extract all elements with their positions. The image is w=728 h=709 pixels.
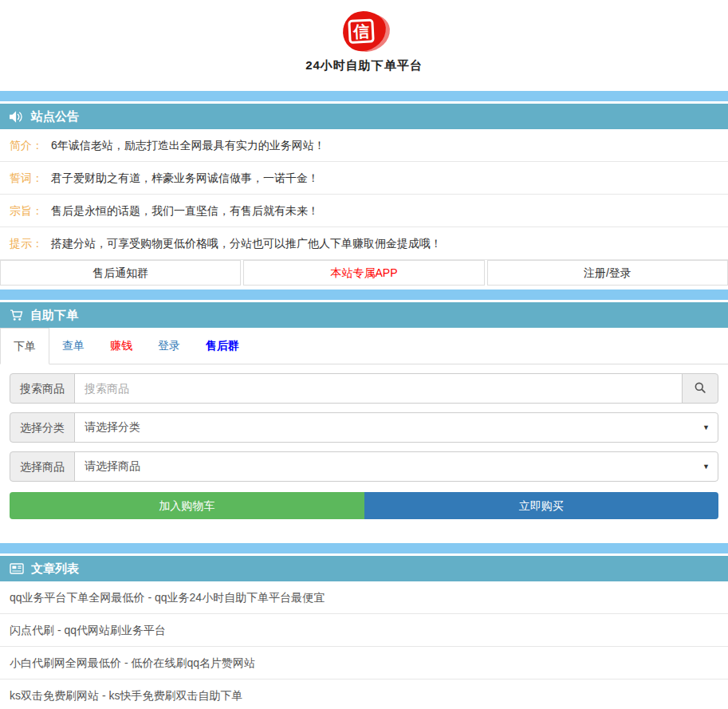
article-link[interactable]: ks双击免费刷网站 - ks快手免费刷双击自助下单 xyxy=(0,679,728,709)
site-header: 信 24小时自助下单平台 xyxy=(0,0,728,73)
category-select-value: 请选择分类 xyxy=(85,420,140,435)
article-link[interactable]: qq业务平台下单全网最低价 - qq业务24小时自助下单平台最便宜 xyxy=(0,581,728,614)
announcement-heading: 站点公告 xyxy=(0,104,728,129)
notice-text: 搭建分站，可享受购物更低价格哦，分站也可以推广他人下单赚取佣金提成哦！ xyxy=(51,237,442,250)
notice-row-oath: 誓词： 君子爱财助之有道，梓豪业务网诚信做事，一诺千金！ xyxy=(0,162,728,195)
search-group: 搜索商品 xyxy=(10,373,718,404)
speaker-icon xyxy=(10,111,24,123)
divider-strip xyxy=(0,543,728,553)
action-buttons: 加入购物车 立即购买 xyxy=(10,492,718,519)
order-form: 搜索商品 选择分类 请选择分类 ▼ xyxy=(0,373,728,519)
logo-character: 信 xyxy=(348,18,375,44)
site-title: 24小时自助下单平台 xyxy=(0,58,728,73)
add-to-cart-button[interactable]: 加入购物车 xyxy=(10,492,364,519)
notice-text: 售后是永恒的话题，我们一直坚信，有售后就有未来！ xyxy=(51,204,319,217)
article-link[interactable]: 闪点代刷 - qq代网站刷业务平台 xyxy=(0,614,728,647)
divider-strip xyxy=(0,290,728,300)
product-select[interactable]: 请选择商品 ▼ xyxy=(74,451,718,482)
caret-down-icon: ▼ xyxy=(702,463,710,471)
order-heading-label: 自助下单 xyxy=(30,308,78,323)
tab-login[interactable]: 登录 xyxy=(145,328,193,364)
articles-heading: 文章列表 xyxy=(0,556,728,581)
tab-check-order[interactable]: 查单 xyxy=(49,328,97,364)
notice-label: 提示： xyxy=(10,237,43,250)
cart-icon xyxy=(10,309,23,321)
site-logo-seal-icon: 信 xyxy=(341,10,387,53)
search-button[interactable] xyxy=(682,373,718,404)
search-addon-label: 搜索商品 xyxy=(10,373,75,404)
aftersale-notify-group-link[interactable]: 售后通知群 xyxy=(0,260,241,286)
notice-label: 简介： xyxy=(10,139,43,152)
newspaper-icon xyxy=(10,563,24,574)
category-addon-label: 选择分类 xyxy=(10,412,75,443)
tab-place-order[interactable]: 下单 xyxy=(0,328,49,364)
order-panel: 自助下单 下单 查单 赚钱 登录 售后群 搜索商品 xyxy=(0,302,728,519)
order-heading: 自助下单 xyxy=(0,302,728,328)
articles-heading-label: 文章列表 xyxy=(31,561,79,577)
order-tabs: 下单 查单 赚钱 登录 售后群 xyxy=(0,328,728,364)
product-select-value: 请选择商品 xyxy=(85,459,140,474)
caret-down-icon: ▼ xyxy=(702,423,710,431)
article-link[interactable]: 小白代刷网全网最低价 - 低价在线刷qq名片赞网站 xyxy=(0,647,728,679)
notice-row-purpose: 宗旨： 售后是永恒的话题，我们一直坚信，有售后就有未来！ xyxy=(0,195,728,227)
search-input[interactable] xyxy=(74,373,683,404)
divider-strip xyxy=(0,91,728,101)
buy-now-button[interactable]: 立即购买 xyxy=(364,492,719,519)
category-select[interactable]: 请选择分类 ▼ xyxy=(74,412,718,443)
articles-panel: 文章列表 qq业务平台下单全网最低价 - qq业务24小时自助下单平台最便宜 闪… xyxy=(0,556,728,709)
announcement-panel: 站点公告 简介： 6年诚信老站，励志打造出全网最具有实力的业务网站！ 誓词： 君… xyxy=(0,104,728,286)
notice-row-tip: 提示： 搭建分站，可享受购物更低价格哦，分站也可以推广他人下单赚取佣金提成哦！ xyxy=(0,227,728,260)
notice-label: 誓词： xyxy=(10,171,43,184)
tab-aftersale-group[interactable]: 售后群 xyxy=(193,328,252,364)
quick-links-row: 售后通知群 本站专属APP 注册/登录 xyxy=(0,260,728,286)
notice-text: 君子爱财助之有道，梓豪业务网诚信做事，一诺千金！ xyxy=(51,171,319,184)
notice-text: 6年诚信老站，励志打造出全网最具有实力的业务网站！ xyxy=(51,139,325,152)
product-addon-label: 选择商品 xyxy=(10,451,75,482)
notice-row-intro: 简介： 6年诚信老站，励志打造出全网最具有实力的业务网站！ xyxy=(0,129,728,162)
page: 信 24小时自助下单平台 站点公告 简介： 6年诚信老站，励志打造出全网最具有实… xyxy=(0,0,728,709)
product-group: 选择商品 请选择商品 ▼ xyxy=(10,451,718,482)
register-login-link[interactable]: 注册/登录 xyxy=(487,260,728,286)
site-app-link[interactable]: 本站专属APP xyxy=(243,260,484,286)
category-group: 选择分类 请选择分类 ▼ xyxy=(10,412,718,443)
magnifier-icon xyxy=(694,381,706,396)
notice-label: 宗旨： xyxy=(10,204,43,217)
tab-earn-money[interactable]: 赚钱 xyxy=(97,328,145,364)
announcement-heading-label: 站点公告 xyxy=(31,109,79,124)
